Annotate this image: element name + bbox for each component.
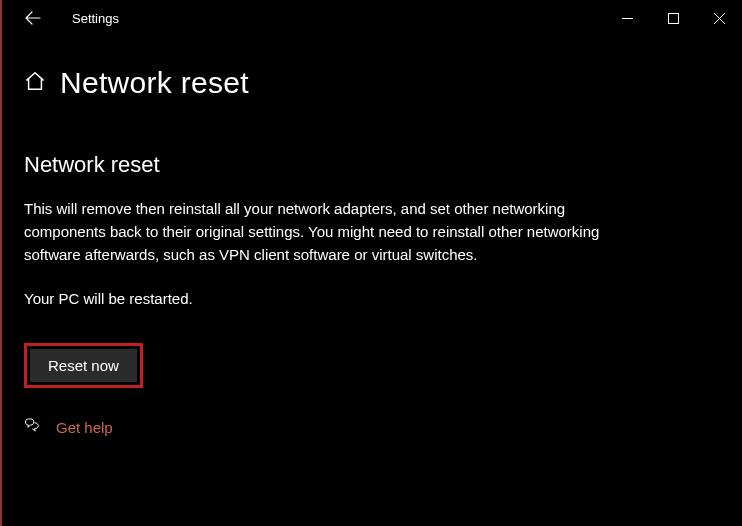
restart-notice: Your PC will be restarted. — [24, 290, 720, 307]
section-heading: Network reset — [24, 152, 720, 178]
minimize-icon — [622, 13, 633, 24]
maximize-icon — [668, 13, 679, 24]
window-title: Settings — [72, 11, 119, 26]
content-area: Network reset Network reset This will re… — [2, 36, 742, 438]
home-icon — [24, 70, 46, 96]
maximize-button[interactable] — [650, 0, 696, 36]
help-chat-icon — [24, 416, 42, 438]
close-button[interactable] — [696, 0, 742, 36]
reset-button-highlight: Reset now — [24, 343, 143, 388]
back-button[interactable] — [12, 0, 54, 36]
close-icon — [714, 13, 725, 24]
get-help-link[interactable]: Get help — [56, 419, 113, 436]
page-title: Network reset — [60, 66, 249, 100]
help-row: Get help — [24, 416, 720, 438]
reset-now-button[interactable]: Reset now — [30, 349, 137, 382]
svg-rect-1 — [668, 13, 678, 23]
titlebar: Settings — [2, 0, 742, 36]
window-controls — [604, 0, 742, 36]
arrow-left-icon — [25, 10, 41, 26]
page-header: Network reset — [24, 66, 720, 100]
description-text: This will remove then reinstall all your… — [24, 198, 614, 266]
minimize-button[interactable] — [604, 0, 650, 36]
